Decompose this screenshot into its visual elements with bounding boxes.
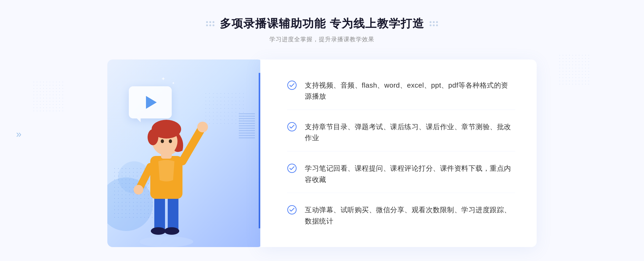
title-decoration-left [206,21,214,26]
svg-point-8 [197,122,208,132]
illus-stripe-decoration [239,113,255,140]
character-illustration [123,97,209,247]
content-area: ✦ ✦ [107,59,537,247]
title-row: 多项录播课辅助功能 专为线上教学打造 [206,16,438,31]
feature-text-1: 支持视频、音频、flash、word、excel、ppt、pdf等各种格式的资源… [305,80,515,102]
svg-point-19 [288,206,296,214]
sparkle-2: ✦ [172,81,175,85]
svg-line-7 [140,167,150,188]
svg-point-9 [134,185,143,195]
feature-item-4: 互动弹幕、试听购买、微信分享、观看次数限制、学习进度跟踪、数据统计 [287,197,515,234]
feature-text-3: 学习笔记回看、课程提问、课程评论打分、课件资料下载，重点内容收藏 [305,163,515,185]
svg-point-3 [151,227,166,235]
check-icon-2 [287,122,297,132]
svg-point-0 [140,236,193,247]
svg-point-4 [164,227,179,235]
illustration-container: ✦ ✦ [107,59,263,247]
page-title: 多项录播课辅助功能 专为线上教学打造 [220,16,424,31]
page-subtitle: 学习进度全掌握，提升录播课教学效果 [206,35,438,43]
dot-decoration-right [558,54,590,86]
feature-item-2: 支持章节目录、弹题考试、课后练习、课后作业、章节测验、批改作业 [287,114,515,151]
page-container: » 多项录播课辅助功能 专为线上教学打造 学习进度全掌握，提升录播课教学效果 [0,0,644,261]
svg-rect-1 [154,196,165,231]
feature-text-4: 互动弹幕、试听购买、微信分享、观看次数限制、学习进度跟踪、数据统计 [305,204,515,227]
sparkle-1: ✦ [161,76,166,82]
svg-point-14 [161,139,164,143]
features-panel: 支持视频、音频、flash、word、excel、ppt、pdf等各种格式的资源… [260,59,537,247]
feature-item-3: 学习笔记回看、课程提问、课程评论打分、课件资料下载，重点内容收藏 [287,155,515,193]
dot-decoration-left [32,80,64,113]
svg-point-18 [288,164,296,173]
svg-point-16 [288,81,296,90]
svg-point-15 [169,139,172,143]
feature-text-2: 支持章节目录、弹题考试、课后练习、课后作业、章节测验、批改作业 [305,121,515,144]
check-icon-4 [287,205,297,215]
svg-rect-2 [168,196,178,231]
check-icon-3 [287,163,297,173]
svg-point-13 [148,129,158,145]
check-icon-1 [287,80,297,90]
title-decoration-right [430,21,438,26]
header-section: 多项录播课辅助功能 专为线上教学打造 学习进度全掌握，提升录播课教学效果 [206,16,438,43]
svg-point-17 [288,122,296,131]
feature-item-1: 支持视频、音频、flash、word、excel、ppt、pdf等各种格式的资源… [287,72,515,110]
chevron-decoration-left: » [16,129,21,140]
svg-line-6 [182,129,201,161]
